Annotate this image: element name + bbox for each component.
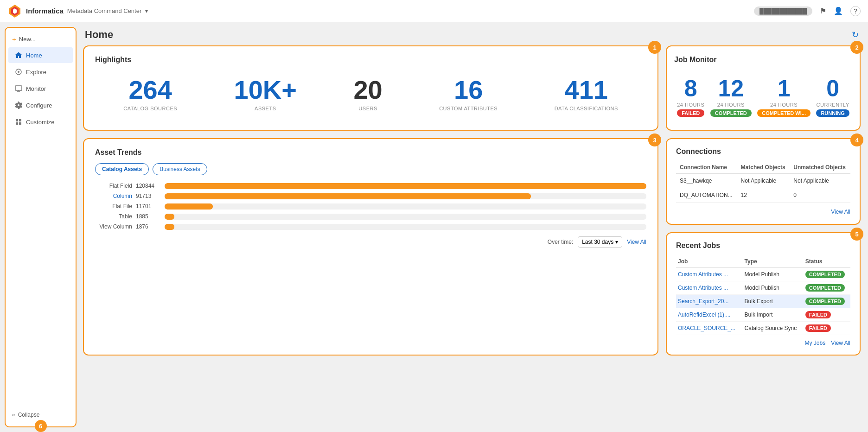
job-status-4: FAILED [804, 322, 850, 335]
help-icon[interactable]: ? [850, 6, 861, 16]
job-monitor-title: Job Monitor [674, 56, 852, 64]
jobs-col-job: Job [676, 255, 743, 268]
bar-label: View Column [95, 223, 132, 230]
bar-track [165, 214, 646, 220]
stat-label: CATALOG SOURCES [123, 106, 177, 111]
page-title: Home [85, 29, 113, 41]
explore-icon [15, 68, 22, 76]
chevron-down-icon: ▾ [615, 239, 618, 245]
highlights-card: 1 Highlights 264 CATALOG SOURCES 10K+ AS… [83, 45, 658, 131]
conn-matched-0: Not Applicable [737, 174, 790, 188]
job-label-completed-wi: 24 HOURS [757, 102, 811, 108]
stat-label: USERS [353, 106, 382, 111]
stat-custom-attributes: 16 CUSTOM ATTRIBUTES [439, 77, 498, 111]
job-label-completed: 24 HOURS [710, 102, 752, 108]
conn-name-1: DQ_AUTOMATION... [676, 188, 737, 203]
refresh-button[interactable]: ↻ [852, 30, 859, 40]
bar-value: 120844 [136, 183, 161, 189]
table-row: Search_Export_20... Bulk Export COMPLETE… [676, 295, 850, 308]
my-jobs-link[interactable]: My Jobs [805, 340, 826, 346]
jobs-view-all-link[interactable]: View All [831, 340, 850, 346]
asset-trends-badge: 3 [648, 133, 661, 146]
trends-footer: Over time: Last 30 days ▾ View All [95, 236, 646, 248]
table-row: ORACLE_SOURCE_... Catalog Source Sync FA… [676, 322, 850, 335]
flag-icon[interactable]: ⚑ [820, 6, 826, 15]
svg-point-4 [18, 71, 19, 73]
sidebar-item-customize[interactable]: Customize [8, 114, 73, 130]
sidebar-item-configure[interactable]: Configure [8, 97, 73, 113]
table-row: Custom Attributes ... Model Publish COMP… [676, 268, 850, 281]
conn-col-name: Connection Name [676, 161, 737, 174]
job-monitor-badge: 2 [850, 41, 863, 54]
connections-view-all-link[interactable]: View All [831, 209, 850, 215]
home-icon [15, 51, 22, 59]
monitor-icon [15, 85, 22, 92]
highlights-badge: 1 [648, 41, 661, 54]
user-label[interactable]: ████████████ [754, 6, 812, 16]
stat-number: 20 [353, 77, 382, 103]
bar-label: Flat File [95, 203, 132, 210]
bar-value: 91713 [136, 193, 161, 199]
job-number-completed: 12 [710, 77, 752, 100]
highlights-stats: 264 CATALOG SOURCES 10K+ ASSETS 20 USERS… [95, 68, 646, 115]
job-status-1: COMPLETED [804, 281, 850, 295]
table-row: AutoRefidExcel (1).... Bulk Import FAILE… [676, 308, 850, 322]
bar-track [165, 183, 646, 189]
conn-matched-1: 12 [737, 188, 790, 203]
trends-view-all-link[interactable]: View All [627, 239, 646, 245]
conn-name-0: S3__hawkqe [676, 174, 737, 188]
main-content: Home ↻ 1 Highlights 264 CATALOG SOURCES … [79, 22, 868, 432]
job-badge-failed: FAILED [677, 109, 704, 117]
app-name: Metadata Command Center [67, 7, 141, 14]
period-select[interactable]: Last 30 days ▾ [578, 236, 622, 248]
jobs-col-status: Status [804, 255, 850, 268]
bar-value: 1876 [136, 223, 161, 230]
customize-icon [15, 118, 22, 126]
bar-fill [165, 193, 531, 199]
bar-fill [165, 183, 646, 189]
job-number-running: 0 [816, 77, 849, 100]
stat-label: ASSETS [234, 106, 297, 111]
user-icon[interactable]: 👤 [834, 6, 843, 15]
bar-value: 11701 [136, 203, 161, 210]
connections-badge: 4 [850, 133, 863, 146]
job-name-1: Custom Attributes ... [676, 281, 743, 295]
new-button[interactable]: + New... [6, 32, 76, 47]
bar-fill [165, 203, 213, 210]
bar-label: Table [95, 213, 132, 220]
job-name-2: Search_Export_20... [676, 295, 743, 308]
bar-row-flatfile: Flat File 11701 [95, 203, 646, 210]
plus-icon: + [12, 35, 16, 43]
stat-users: 20 USERS [353, 77, 382, 111]
business-assets-tab[interactable]: Business Assets [153, 163, 207, 175]
bar-row-table: Table 1885 [95, 213, 646, 220]
asset-trends-card: 3 Asset Trends Catalog Assets Business A… [83, 138, 658, 356]
jobs-col-type: Type [743, 255, 804, 268]
recent-jobs-badge: 5 [850, 228, 863, 241]
table-row: S3__hawkqe Not Applicable Not Applicable [676, 174, 850, 188]
job-number-completed-wi: 1 [757, 77, 811, 100]
app-dropdown-icon[interactable]: ▾ [145, 8, 148, 14]
job-name-3: AutoRefidExcel (1).... [676, 308, 743, 322]
job-badge-completed-wi: COMPLETED WI... [757, 109, 811, 117]
job-type-2: Bulk Export [743, 295, 804, 308]
app-brand: Informatica [26, 7, 64, 15]
logo: Informatica Metadata Command Center ▾ [7, 4, 148, 19]
jobs-footer: My Jobs View All [676, 340, 850, 346]
job-name-0: Custom Attributes ... [676, 268, 743, 281]
bar-value: 1885 [136, 213, 161, 220]
job-number-failed: 8 [677, 77, 704, 100]
sidebar-number-badge: 6 [35, 420, 47, 432]
connections-card: 4 Connections Connection Name Matched Ob… [666, 138, 861, 225]
job-stat-completed: 12 24 HOURS COMPLETED [710, 77, 752, 117]
over-time-label: Over time: [548, 239, 573, 245]
catalog-assets-tab[interactable]: Catalog Assets [95, 163, 149, 175]
sidebar-item-home[interactable]: Home [8, 47, 73, 63]
sidebar-item-monitor[interactable]: Monitor [8, 81, 73, 96]
configure-icon [15, 102, 22, 109]
connections-title: Connections [676, 147, 850, 156]
stat-label: CUSTOM ATTRIBUTES [439, 106, 498, 111]
sidebar-item-explore[interactable]: Explore [8, 64, 73, 80]
stat-number: 411 [555, 77, 618, 103]
job-stat-running: 0 CURRENTLY RUNNING [816, 77, 849, 117]
